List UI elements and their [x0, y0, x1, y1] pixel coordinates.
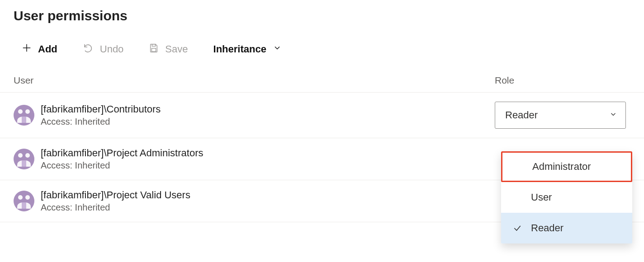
user-name: [fabrikamfiber]\Contributors — [41, 103, 161, 115]
user-name: [fabrikamfiber]\Project Valid Users — [41, 189, 190, 201]
undo-button[interactable]: Undo — [83, 42, 124, 56]
user-access: Access: Inherited — [41, 117, 161, 127]
dropdown-option-label: Reader — [531, 222, 564, 234]
dropdown-option-user[interactable]: User — [501, 182, 632, 213]
svg-rect-3 — [152, 48, 156, 51]
user-name: [fabrikamfiber]\Project Administrators — [41, 147, 203, 159]
dropdown-option-reader[interactable]: Reader — [501, 213, 632, 243]
user-access: Access: Inherited — [41, 202, 190, 213]
chevron-down-icon — [273, 43, 282, 55]
dropdown-option-label: User — [531, 192, 552, 203]
role-select-value: Reader — [505, 109, 538, 121]
svg-point-13 — [18, 195, 23, 200]
role-select[interactable]: Reader — [495, 102, 626, 129]
inheritance-label: Inheritance — [213, 43, 266, 55]
plus-icon — [22, 43, 32, 56]
inheritance-button[interactable]: Inheritance — [213, 43, 282, 55]
svg-rect-7 — [22, 117, 26, 123]
group-avatar-icon — [14, 105, 34, 126]
role-dropdown: Administrator User Reader — [501, 151, 632, 243]
toolbar: Add Undo Save Inheritance — [0, 27, 644, 67]
dropdown-option-administrator[interactable]: Administrator — [501, 151, 632, 182]
svg-point-6 — [25, 109, 30, 114]
column-header-user: User — [14, 75, 495, 86]
save-button[interactable]: Save — [149, 43, 188, 56]
add-button[interactable]: Add — [22, 43, 57, 56]
svg-rect-2 — [152, 44, 156, 47]
check-icon — [511, 224, 524, 233]
svg-point-5 — [18, 109, 23, 114]
save-label: Save — [165, 43, 188, 55]
save-icon — [149, 43, 159, 56]
table-header: User Role — [0, 67, 644, 93]
svg-point-9 — [18, 153, 23, 158]
column-header-role: Role — [495, 75, 630, 86]
group-avatar-icon — [14, 149, 34, 169]
svg-rect-11 — [22, 160, 26, 167]
svg-rect-15 — [22, 202, 26, 209]
chevron-down-icon — [609, 109, 617, 121]
group-avatar-icon — [14, 191, 34, 211]
undo-label: Undo — [100, 43, 124, 55]
dropdown-option-label: Administrator — [532, 161, 591, 173]
svg-point-10 — [25, 153, 30, 158]
user-access: Access: Inherited — [41, 160, 203, 171]
undo-icon — [83, 42, 94, 56]
page-title: User permissions — [0, 0, 644, 27]
add-label: Add — [38, 43, 57, 55]
svg-point-14 — [25, 195, 30, 200]
table-row: [fabrikamfiber]\Contributors Access: Inh… — [0, 93, 644, 138]
